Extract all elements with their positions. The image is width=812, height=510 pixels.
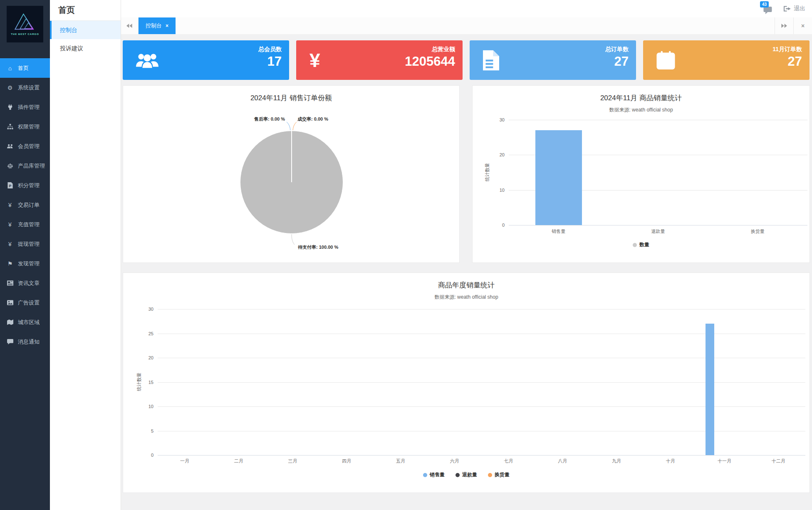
sidebar-item[interactable]: ⚙系统设置 bbox=[0, 78, 50, 97]
close-all-tabs-button[interactable]: × bbox=[793, 17, 812, 34]
content-area: 2024年11月 销售订单份额 售后率: 0.00 % 成交率: 0.00 % … bbox=[121, 34, 812, 510]
header-actions: 43 退出 bbox=[763, 0, 805, 17]
sidebar-item[interactable]: 插件管理 bbox=[0, 97, 50, 117]
scroll-tabs-left-button[interactable] bbox=[121, 17, 139, 34]
y-tick-label: 15 bbox=[149, 380, 153, 385]
tabbar-spacer bbox=[176, 17, 775, 34]
sidebar-item-label: 资讯文章 bbox=[18, 280, 40, 287]
sidebar-item[interactable]: 城市区域 bbox=[0, 312, 50, 332]
tab-bar: 控制台 × × bbox=[121, 17, 812, 35]
sidebar-item[interactable]: 广告设置 bbox=[0, 293, 50, 312]
legend-item[interactable]: 数量 bbox=[633, 241, 649, 248]
secondary-sidebar: 首页 控制台投诉建议 bbox=[50, 0, 121, 510]
sidebar-item-label: 充值管理 bbox=[18, 221, 40, 228]
x-category-label: 四月 bbox=[342, 458, 351, 464]
sidebar-item[interactable]: 资讯文章 bbox=[0, 273, 50, 293]
x-category-label: 退款量 bbox=[651, 228, 665, 235]
news-icon bbox=[6, 280, 14, 286]
stat-card-label: 总会员数 bbox=[258, 46, 282, 53]
bar-chart-subtitle: 数据来源: weath official shop bbox=[473, 106, 810, 114]
x-category-label: 二月 bbox=[234, 458, 243, 464]
y-gridline bbox=[158, 309, 805, 309]
brand-logo[interactable]: THE BEST CARGO bbox=[7, 6, 43, 42]
legend-label: 退款量 bbox=[462, 471, 477, 478]
gear-icon: ⚙ bbox=[6, 85, 14, 91]
x-category-label: 十二月 bbox=[772, 458, 785, 464]
y-tick-label: 0 bbox=[502, 223, 505, 228]
logout-button[interactable]: 退出 bbox=[784, 5, 805, 12]
bar-销售量 bbox=[706, 324, 714, 455]
bar-chart-subtitle: 数据来源: weath official shop bbox=[123, 294, 810, 301]
stat-card-value: 1205644 bbox=[405, 54, 455, 69]
bar-chart-title: 商品年度销量统计 bbox=[123, 280, 810, 290]
chart-legend: 数量 bbox=[473, 241, 810, 248]
sidebar-item[interactable]: 消息通知 bbox=[0, 332, 50, 352]
comment-icon bbox=[6, 339, 14, 345]
sidebar-item-label: 城市区域 bbox=[18, 319, 40, 326]
sidebar-item[interactable]: 会员管理 bbox=[0, 136, 50, 156]
bar-数量 bbox=[535, 130, 582, 225]
sidebar-item-label: 插件管理 bbox=[18, 104, 40, 111]
points-file-icon: P bbox=[6, 182, 14, 188]
sidebar-item[interactable]: ⚑发现管理 bbox=[0, 254, 50, 273]
sidebar-item-label: 发现管理 bbox=[18, 260, 40, 267]
submenu-item[interactable]: 投诉建议 bbox=[50, 39, 121, 57]
stat-card[interactable]: ¥总营业额1205644 bbox=[296, 40, 463, 80]
main-sidebar: THE BEST CARGO ⌂首页⚙系统设置插件管理权限管理会员管理产品库管理… bbox=[0, 0, 50, 510]
x-category-label: 三月 bbox=[288, 458, 297, 464]
sidebar-menu: ⌂首页⚙系统设置插件管理权限管理会员管理产品库管理P积分管理¥交易订单¥充值管理… bbox=[0, 58, 50, 352]
chart-legend: 销售量退款量换货量 bbox=[123, 471, 810, 478]
stat-card[interactable]: 总会员数17 bbox=[123, 40, 289, 80]
scales-icon bbox=[6, 163, 14, 169]
submenu-item[interactable]: 控制台 bbox=[50, 21, 121, 39]
brand-name: THE BEST CARGO bbox=[11, 33, 39, 35]
sidebar-item[interactable]: ¥交易订单 bbox=[0, 195, 50, 215]
y-axis-title: 统计数量 bbox=[484, 163, 490, 181]
logo-triangle-icon bbox=[13, 13, 37, 31]
legend-marker bbox=[633, 243, 637, 247]
y-tick-label: 20 bbox=[500, 152, 505, 157]
flag-icon: ⚑ bbox=[6, 261, 14, 267]
yearly-sales-chart-panel: 商品年度销量统计 数据来源: weath official shop 统计数量 … bbox=[123, 272, 810, 493]
sidebar-item-label: 广告设置 bbox=[18, 299, 40, 307]
sidebar-item[interactable]: ¥提现管理 bbox=[0, 234, 50, 254]
file-text-icon bbox=[483, 50, 499, 70]
submenu-header: 首页 bbox=[50, 0, 121, 21]
notifications-button[interactable]: 43 bbox=[763, 7, 772, 14]
x-category-label: 十月 bbox=[666, 458, 675, 464]
stat-card-label: 总订单数 bbox=[605, 46, 629, 53]
x-category-label: 销售量 bbox=[552, 228, 565, 235]
legend-item[interactable]: 销售量 bbox=[423, 471, 445, 478]
legend-label: 换货量 bbox=[495, 471, 510, 478]
stat-card[interactable]: 总订单数27 bbox=[470, 40, 636, 80]
plugin-icon bbox=[6, 104, 14, 110]
sidebar-item-label: 首页 bbox=[18, 64, 29, 72]
sidebar-item-label: 权限管理 bbox=[18, 123, 40, 131]
sidebar-item[interactable]: ¥充值管理 bbox=[0, 215, 50, 234]
tab-console[interactable]: 控制台 × bbox=[139, 17, 176, 34]
image-icon bbox=[6, 300, 14, 306]
map-icon bbox=[6, 319, 14, 325]
y-tick-label: 0 bbox=[151, 453, 153, 458]
stat-card[interactable]: 11月订单数27 bbox=[643, 40, 810, 80]
x-axis-line bbox=[509, 225, 807, 225]
legend-item[interactable]: 退款量 bbox=[456, 471, 477, 478]
legend-label: 数量 bbox=[639, 241, 649, 248]
sidebar-item[interactable]: P积分管理 bbox=[0, 176, 50, 195]
legend-item[interactable]: 换货量 bbox=[488, 471, 510, 478]
pie-leader-lines bbox=[123, 86, 460, 263]
x-category-label: 七月 bbox=[504, 458, 513, 464]
sidebar-item[interactable]: ⌂首页 bbox=[0, 58, 50, 78]
stat-card-label: 11月订单数 bbox=[772, 46, 802, 53]
sidebar-item-label: 提现管理 bbox=[18, 240, 40, 248]
scroll-tabs-right-button[interactable] bbox=[775, 17, 793, 34]
notification-badge: 43 bbox=[760, 1, 769, 7]
sidebar-item[interactable]: 权限管理 bbox=[0, 117, 50, 136]
legend-marker bbox=[456, 473, 460, 477]
double-chevron-left-icon bbox=[126, 24, 132, 28]
pie-chart-panel: 2024年11月 销售订单份额 售后率: 0.00 % 成交率: 0.00 % … bbox=[123, 85, 460, 263]
tab-close-icon[interactable]: × bbox=[166, 23, 168, 28]
logout-label: 退出 bbox=[794, 5, 805, 12]
y-tick-label: 30 bbox=[149, 307, 153, 312]
sidebar-item[interactable]: 产品库管理 bbox=[0, 156, 50, 176]
